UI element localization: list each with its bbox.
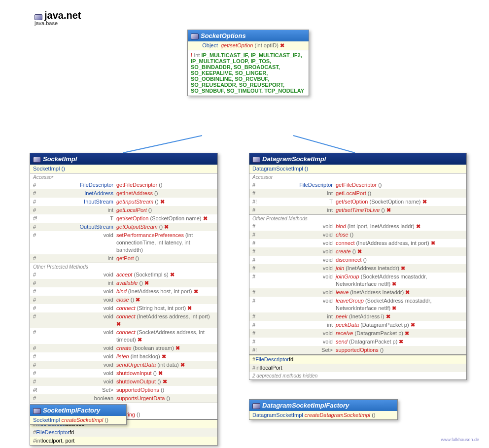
- method-row: #! Set>supportedOptions (): [30, 386, 217, 394]
- method-row: #voidsendUrgentData (int data) ✖: [30, 361, 217, 369]
- const-mod: !: [191, 52, 193, 58]
- method-row: SocketImpl createSocketImpl (): [30, 416, 126, 424]
- section-label: Other Protected Methods: [249, 215, 466, 222]
- method-row: #booleansupportsUrgentData (): [30, 394, 217, 403]
- class-title: SocketOptions: [201, 32, 246, 39]
- method-row: #voidconnect (InetAddress address, int p…: [249, 239, 466, 247]
- method-row: #voidcreate () ✖: [249, 247, 466, 256]
- field-row: #FileDescriptor fd: [249, 355, 466, 364]
- method-row: #voidclose (): [249, 231, 466, 239]
- field-row: #FileDescriptor fd: [30, 428, 217, 437]
- params: (): [105, 416, 108, 424]
- field-row: #int localPort: [249, 364, 466, 372]
- method-row: #voidbind (int lport, InetAddress laddr)…: [249, 222, 466, 231]
- package-header: java.net java.base: [35, 10, 81, 26]
- return-type: SocketImpl: [33, 416, 60, 424]
- return-type: DatagramSocketImpl: [252, 412, 303, 419]
- field-row: #int localport, port: [30, 437, 217, 445]
- method-row: #InputStreamgetInputStream () ✖: [30, 198, 217, 206]
- section-label: Other Protected Methods: [30, 263, 217, 271]
- method-row: #voidshutdownOutput () ✖: [30, 378, 217, 386]
- method-row: #voidcreate (boolean stream) ✖: [30, 344, 217, 352]
- method-row: #voidclose () ✖: [30, 296, 217, 304]
- section-label: Accessor: [249, 173, 466, 181]
- method-row: #voidjoin (InetAddress inetaddr) ✖: [249, 264, 466, 273]
- method-row: #voidsetPerformancePreferences (int conn…: [30, 231, 217, 254]
- method-row: #intgetLocalPort (): [249, 189, 466, 198]
- class-icon: [33, 157, 41, 163]
- method-row: #voidjoinGroup (SocketAddress mcastaddr,…: [249, 273, 466, 288]
- class-header: SocketImpl: [30, 153, 217, 165]
- method-row: #! Tget/setOption (SocketOption name) ✖: [30, 214, 217, 223]
- method-row: #intgetLocalPort (): [30, 206, 217, 214]
- method-row: #intpeekData (DatagramPacket p) ✖: [249, 321, 466, 329]
- module-name: java.base: [35, 20, 81, 26]
- credit-link[interactable]: www.falkhausen.de: [441, 437, 479, 442]
- class-title: SocketImplFactory: [43, 407, 100, 414]
- method-row: #voidreceive (DatagramPacket p) ✖: [249, 329, 466, 338]
- class-title: DatagramSocketImplFactory: [262, 402, 349, 409]
- method-row: #voidbind (InetAddress host, int port) ✖: [30, 287, 217, 296]
- method-row: #intpeek (InetAddress i) ✖: [249, 312, 466, 321]
- method-row: #OutputStreamgetOutputStream () ✖: [30, 223, 217, 231]
- method-name: createSocketImpl: [61, 416, 103, 424]
- constructor-row: DatagramSocketImpl (): [249, 165, 466, 173]
- class-socket-options: SocketOptions Object get/setOption (int …: [187, 30, 309, 96]
- class-socket-impl-factory: SocketImplFactory SocketImpl createSocke…: [30, 404, 127, 425]
- ctor: SocketImpl (): [33, 165, 65, 172]
- deprecated-note: 2 deprecated methods hidden: [249, 372, 466, 379]
- method-row: #voidconnect (SocketAddress address, int…: [30, 328, 217, 344]
- class-header: DatagramSocketImplFactory: [249, 400, 397, 411]
- class-header: SocketImplFactory: [30, 405, 126, 416]
- method-row: #intget/setTimeToLive () ✖: [249, 206, 466, 214]
- class-title: SocketImpl: [43, 155, 77, 163]
- method-name: createDatagramSocketImpl: [305, 412, 370, 419]
- method-row: #voidconnect (String host, int port) ✖: [30, 304, 217, 312]
- class-header: SocketOptions: [188, 30, 309, 41]
- class-header: DatagramSocketImpl: [249, 153, 466, 165]
- method-row: #! Tget/setOption (SocketOption name) ✖: [249, 198, 466, 206]
- constants-list: IP_MULTICAST_IF, IP_MULTICAST_IF2, IP_MU…: [191, 52, 304, 94]
- method-row: #voidleaveGroup (SocketAddress mcastaddr…: [249, 297, 466, 312]
- method-row: #FileDescriptorgetFileDescriptor (): [30, 181, 217, 189]
- package-name: java.net: [44, 10, 81, 21]
- interface-icon: [33, 408, 41, 414]
- return-type: Object: [191, 42, 221, 49]
- method-row: #! Set>supportedOptions (): [249, 346, 466, 354]
- package-icon: [35, 14, 42, 20]
- method-row: #voidconnect (InetAddress address, int p…: [30, 312, 217, 328]
- class-icon: [252, 157, 260, 163]
- method-row: #voidleave (InetAddress inetaddr) ✖: [249, 288, 466, 297]
- method-row: #FileDescriptorgetFileDescriptor (): [249, 181, 466, 189]
- method-row: #voidlisten (int backlog) ✖: [30, 352, 217, 361]
- interface-icon: [191, 34, 199, 39]
- class-datagram-socket-impl: DatagramSocketImpl DatagramSocketImpl ()…: [249, 153, 467, 380]
- ctor: DatagramSocketImpl (): [252, 165, 308, 172]
- params: (): [372, 412, 375, 419]
- method-row: DatagramSocketImpl createDatagramSocketI…: [249, 411, 397, 419]
- constants-block: ! int IP_MULTICAST_IF, IP_MULTICAST_IF2,…: [188, 50, 309, 96]
- method-row: #voidsend (DatagramPacket p) ✖: [249, 338, 466, 346]
- method-row: #voiddisconnect (): [249, 256, 466, 264]
- class-datagram-socket-impl-factory: DatagramSocketImplFactory DatagramSocket…: [249, 399, 398, 420]
- method-sig: get/setOption (int optID) ✖: [221, 42, 306, 49]
- method-row: #intgetPort (): [30, 254, 217, 263]
- method-row: #voidshutdownInput () ✖: [30, 369, 217, 378]
- method-row: #intavailable () ✖: [30, 279, 217, 287]
- method-row: Object get/setOption (int optID) ✖: [188, 41, 309, 50]
- class-title: DatagramSocketImpl: [262, 155, 326, 163]
- section-label: Accessor: [30, 173, 217, 181]
- class-socket-impl: SocketImpl SocketImpl () Accessor #FileD…: [30, 153, 218, 446]
- method-row: #InetAddressgetInetAddress (): [30, 189, 217, 198]
- interface-icon: [252, 403, 260, 409]
- constructor-row: SocketImpl (): [30, 165, 217, 173]
- method-row: #voidaccept (SocketImpl s) ✖: [30, 271, 217, 279]
